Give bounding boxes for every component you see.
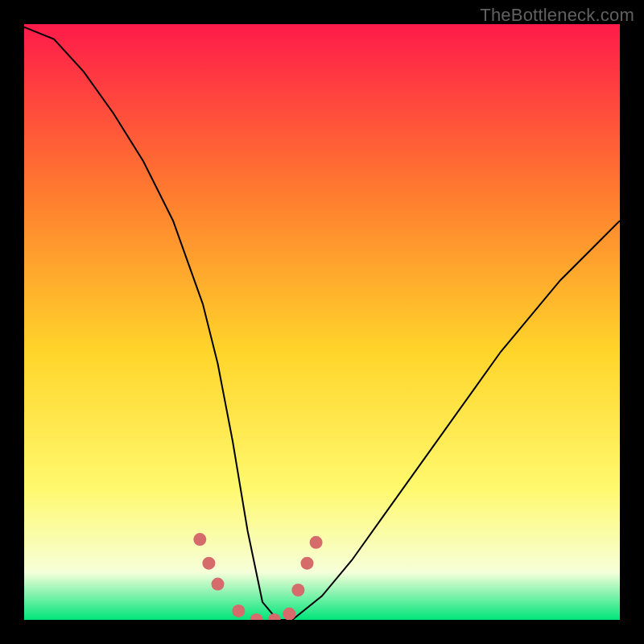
bottleneck-marker [193,533,206,546]
plot-svg [24,24,620,620]
bottleneck-marker [310,536,323,549]
bottleneck-marker [232,605,245,617]
bottleneck-marker [202,557,215,570]
bottleneck-plot [24,24,620,620]
bottleneck-marker [301,557,314,570]
bottleneck-marker [212,578,225,591]
bottleneck-marker [291,584,304,597]
chart-frame: TheBottleneck.com [0,0,644,644]
watermark-text: TheBottleneck.com [480,5,634,26]
bottleneck-marker [283,608,295,620]
